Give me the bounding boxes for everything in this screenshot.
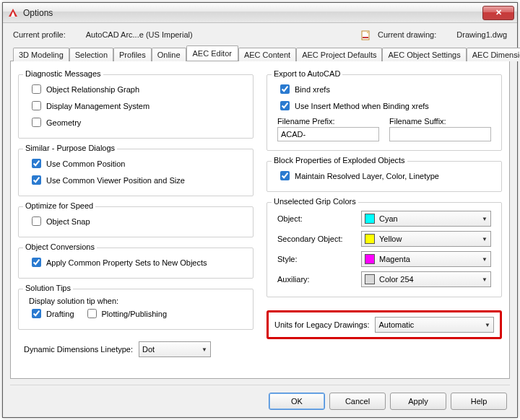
chevron-down-icon: ▼	[482, 256, 488, 263]
chk-apply-common-property-sets[interactable]	[32, 258, 41, 267]
chk-use-common-position[interactable]	[32, 159, 41, 168]
titlebar: Options ✕	[3, 3, 517, 23]
tab-profiles[interactable]: Profiles	[113, 48, 152, 61]
lbl-orm: Object Relationship Graph	[46, 85, 139, 94]
ok-label: OK	[291, 397, 303, 406]
help-button[interactable]: Help	[451, 393, 507, 410]
legend-diagnostic: Diagnostic Messages	[23, 69, 103, 78]
lbl-snap: Object Snap	[46, 217, 90, 226]
val-grip-object: Cyan	[379, 214, 398, 223]
tab-aec-object-settings[interactable]: AEC Object Settings	[382, 48, 466, 61]
group-export-autocad: Export to AutoCAD Bind xrefs Use Insert …	[266, 74, 502, 151]
window-title: Options	[23, 8, 482, 18]
lbl-insert-method: Use Insert Method when Binding xrefs	[295, 102, 429, 110]
help-label: Help	[471, 397, 488, 406]
lbl-dynamic-linetype: Dynamic Dimensions Linetype:	[24, 345, 133, 354]
tab-aec-dimension[interactable]: AEC Dimension	[467, 48, 520, 61]
current-profile-value: AutoCAD Arc...e (US Imperial)	[86, 30, 193, 39]
group-similar-dialogs: Similar - Purpose Dialogs Use Common Pos…	[18, 149, 254, 196]
input-filename-prefix[interactable]	[277, 127, 379, 141]
apply-button[interactable]: Apply	[390, 393, 446, 410]
sel-grip-object[interactable]: Cyan ▼	[361, 211, 491, 227]
chevron-down-icon: ▼	[482, 216, 488, 222]
sel-grip-style[interactable]: Magenta ▼	[361, 251, 491, 267]
chevron-down-icon: ▼	[482, 236, 488, 242]
lbl-display-tip-when: Display solution tip when:	[25, 295, 247, 305]
chevron-down-icon: ▼	[482, 276, 488, 283]
dialog-buttons: OK Cancel Apply Help	[10, 385, 510, 410]
val-grip-aux: Color 254	[379, 275, 414, 284]
legend-similar: Similar - Purpose Dialogs	[23, 144, 117, 152]
cancel-button[interactable]: Cancel	[329, 393, 386, 410]
lbl-grip-style: Style:	[277, 255, 355, 263]
sel-legacy-units[interactable]: Automatic ▼	[375, 317, 494, 333]
current-drawing-label: Current drawing:	[378, 30, 436, 39]
group-diagnostic-messages: Diagnostic Messages Object Relationship …	[18, 74, 254, 139]
options-dialog: Options ✕ Current profile: AutoCAD Arc..…	[2, 2, 518, 418]
lbl-grip-object: Object:	[277, 214, 355, 223]
legend-tips: Solution Tips	[23, 284, 73, 292]
app-icon	[7, 7, 19, 19]
svg-rect-1	[363, 37, 368, 38]
chk-plotting[interactable]	[87, 309, 97, 318]
lbl-filename-prefix: Filename Prefix:	[277, 117, 379, 126]
swatch-secondary	[365, 234, 375, 244]
apply-label: Apply	[408, 397, 428, 406]
sel-grip-secondary[interactable]: Yellow ▼	[361, 231, 491, 247]
lbl-maintain: Maintain Resolved Layer, Color, Linetype	[295, 172, 439, 180]
profile-row: Current profile: AutoCAD Arc...e (US Imp…	[10, 27, 510, 45]
current-profile-label: Current profile:	[13, 30, 66, 39]
legend-blockprops: Block Properties of Exploded Objects	[272, 156, 407, 165]
drawing-icon	[360, 29, 372, 40]
tab-strip: 3D Modeling Selection Profiles Online AE…	[10, 45, 510, 61]
input-filename-suffix[interactable]	[389, 127, 491, 141]
lbl-grip-secondary: Secondary Object:	[277, 235, 355, 243]
lbl-bind-xrefs: Bind xrefs	[295, 85, 330, 94]
val-legacy-units: Automatic	[378, 320, 414, 329]
lbl-legacy-units: Units for Legacy Drawings:	[274, 320, 369, 329]
chk-object-relationship-graph[interactable]	[32, 84, 41, 94]
swatch-style	[365, 254, 375, 264]
tab-online[interactable]: Online	[152, 48, 186, 61]
chk-use-common-viewer[interactable]	[32, 175, 41, 185]
close-button[interactable]: ✕	[482, 6, 514, 20]
group-solution-tips: Solution Tips Display solution tip when:…	[18, 289, 254, 330]
ok-button[interactable]: OK	[269, 393, 325, 410]
legend-grip: Unselected Grip Colors	[272, 197, 358, 206]
tab-aec-editor[interactable]: AEC Editor	[186, 45, 238, 61]
lbl-common-view: Use Common Viewer Position and Size	[46, 176, 185, 185]
chk-object-snap[interactable]	[32, 216, 41, 226]
lbl-geom: Geometry	[46, 118, 81, 127]
lbl-grip-aux: Auxiliary:	[277, 275, 355, 284]
chk-maintain-resolved[interactable]	[280, 171, 290, 180]
chk-drafting[interactable]	[32, 309, 41, 318]
val-grip-style: Magenta	[379, 255, 410, 263]
group-block-properties: Block Properties of Exploded Objects Mai…	[266, 161, 502, 192]
sel-grip-aux[interactable]: Color 254 ▼	[361, 271, 491, 287]
lbl-filename-suffix: Filename Suffix:	[389, 117, 491, 126]
swatch-object	[365, 214, 375, 224]
val-grip-secondary: Yellow	[379, 235, 402, 243]
current-drawing-value: Drawing1.dwg	[456, 30, 507, 39]
lbl-common-pos: Use Common Position	[46, 159, 125, 168]
chk-use-insert-method[interactable]	[280, 101, 290, 110]
cancel-label: Cancel	[345, 397, 370, 406]
chk-display-management-system[interactable]	[32, 101, 41, 110]
legend-conv: Object Conversions	[23, 242, 97, 251]
chevron-down-icon: ▼	[202, 346, 207, 353]
sel-dynamic-linetype-value: Dot	[142, 345, 155, 354]
chk-geometry[interactable]	[32, 118, 41, 127]
lbl-apply: Apply Common Property Sets to New Object…	[46, 258, 207, 267]
tab-selection[interactable]: Selection	[69, 48, 113, 61]
tab-3d-modeling[interactable]: 3D Modeling	[13, 48, 69, 61]
group-object-conversions: Object Conversions Apply Common Property…	[18, 248, 254, 279]
tab-aec-project-defaults[interactable]: AEC Project Defaults	[296, 48, 382, 61]
chk-bind-xrefs[interactable]	[280, 84, 290, 94]
sel-dynamic-linetype[interactable]: Dot ▼	[139, 341, 211, 357]
group-grip-colors: Unselected Grip Colors Object: Cyan ▼ Se…	[266, 202, 502, 297]
lbl-dms: Display Management System	[46, 102, 150, 110]
group-optimize-speed: Optimize for Speed Object Snap	[18, 206, 254, 237]
highlight-legacy-units: Units for Legacy Drawings: Automatic ▼	[266, 310, 502, 339]
close-icon: ✕	[495, 9, 502, 17]
tab-aec-content[interactable]: AEC Content	[238, 48, 296, 61]
